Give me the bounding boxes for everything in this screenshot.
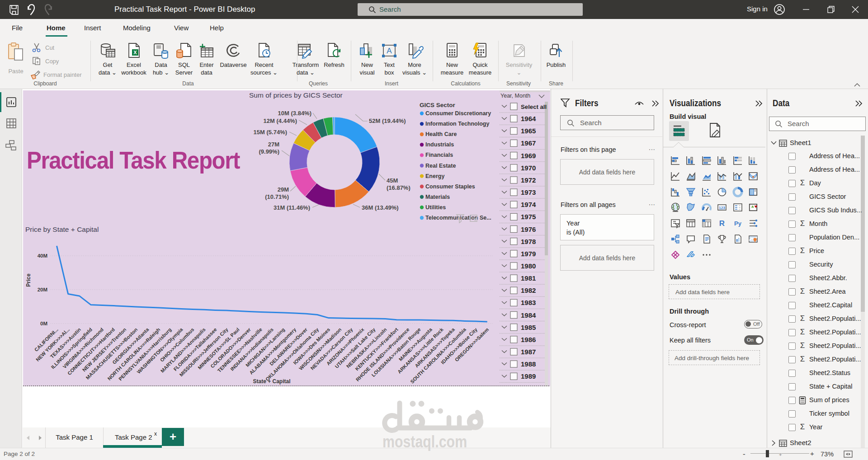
svg-text:Py: Py bbox=[734, 220, 742, 227]
svg-text:10M (3.84%): 10M (3.84%) bbox=[278, 110, 311, 117]
svg-text:1978: 1978 bbox=[521, 238, 536, 245]
svg-text:1983: 1983 bbox=[521, 299, 536, 306]
svg-text:Health Care: Health Care bbox=[425, 131, 457, 137]
svg-text:12M (4.44%): 12M (4.44%) bbox=[264, 117, 297, 124]
svg-text:(9.99%): (9.99%) bbox=[259, 148, 279, 155]
svg-text:Industrials: Industrials bbox=[425, 141, 454, 148]
svg-text:0M: 0M bbox=[40, 321, 47, 326]
svg-text:Materials: Materials bbox=[425, 194, 450, 200]
svg-text:15M (5.74%): 15M (5.74%) bbox=[254, 129, 287, 136]
svg-text:Consumer Staples: Consumer Staples bbox=[425, 183, 475, 190]
svg-text:1987: 1987 bbox=[521, 348, 536, 356]
svg-text:Select all: Select all bbox=[521, 103, 547, 110]
svg-text:1973: 1973 bbox=[521, 188, 536, 196]
svg-text:X: X bbox=[133, 50, 137, 55]
svg-text:1989: 1989 bbox=[521, 372, 536, 380]
svg-text:R: R bbox=[719, 219, 725, 228]
svg-text:1982: 1982 bbox=[521, 286, 536, 294]
svg-text:(16.87%): (16.87%) bbox=[387, 184, 410, 191]
svg-text:1985: 1985 bbox=[521, 324, 536, 331]
svg-text:Sum of prices by GICS Sector: Sum of prices by GICS Sector bbox=[249, 91, 343, 99]
svg-text:Consumer Discretionary: Consumer Discretionary bbox=[425, 110, 491, 117]
svg-text:1979: 1979 bbox=[521, 250, 536, 258]
svg-text:20M: 20M bbox=[38, 287, 47, 292]
svg-text:Utilities: Utilities bbox=[425, 204, 446, 211]
svg-text:(10.71%): (10.71%) bbox=[265, 193, 289, 200]
svg-text:29M: 29M bbox=[278, 186, 289, 193]
svg-text:Energy: Energy bbox=[425, 173, 444, 179]
svg-text:40M: 40M bbox=[38, 253, 47, 258]
svg-text:1984: 1984 bbox=[521, 311, 536, 319]
svg-text:1986: 1986 bbox=[521, 336, 536, 343]
svg-text:Financials: Financials bbox=[425, 152, 453, 158]
svg-text:1970: 1970 bbox=[521, 164, 536, 172]
svg-text:1981: 1981 bbox=[521, 274, 536, 282]
svg-text:1976: 1976 bbox=[521, 225, 536, 233]
svg-text:Year, Month: Year, Month bbox=[500, 93, 530, 99]
svg-text:123: 123 bbox=[719, 206, 725, 210]
svg-text:State + Capital: State + Capital bbox=[253, 378, 290, 385]
svg-text:Information Technology: Information Technology bbox=[425, 121, 489, 127]
svg-text:1988: 1988 bbox=[521, 360, 536, 368]
svg-text:1967: 1967 bbox=[521, 139, 536, 147]
svg-text:Price by State + Capital: Price by State + Capital bbox=[25, 225, 99, 233]
svg-text:36M (13.49%): 36M (13.49%) bbox=[362, 204, 399, 211]
svg-text:27M: 27M bbox=[268, 141, 279, 148]
svg-text:Price: Price bbox=[25, 273, 32, 287]
svg-text:52M (19.44%): 52M (19.44%) bbox=[369, 117, 406, 124]
svg-text:1964: 1964 bbox=[521, 115, 536, 122]
svg-text:1974: 1974 bbox=[521, 201, 536, 208]
svg-text:GICS Sector: GICS Sector bbox=[420, 102, 456, 108]
svg-text:1969: 1969 bbox=[521, 152, 536, 160]
svg-text:A: A bbox=[387, 47, 392, 55]
svg-text:Telecommunication Se...: Telecommunication Se... bbox=[425, 215, 491, 221]
svg-text:31M (11.46%): 31M (11.46%) bbox=[274, 204, 310, 211]
svg-text:1972: 1972 bbox=[521, 176, 536, 184]
svg-text:1975: 1975 bbox=[521, 213, 536, 221]
svg-text:45M: 45M bbox=[387, 177, 398, 184]
svg-text:Real Estate: Real Estate bbox=[425, 163, 456, 169]
svg-text:mostaql.com: mostaql.com bbox=[382, 432, 467, 451]
svg-text:1965: 1965 bbox=[521, 127, 536, 135]
svg-text:1980: 1980 bbox=[521, 262, 536, 270]
